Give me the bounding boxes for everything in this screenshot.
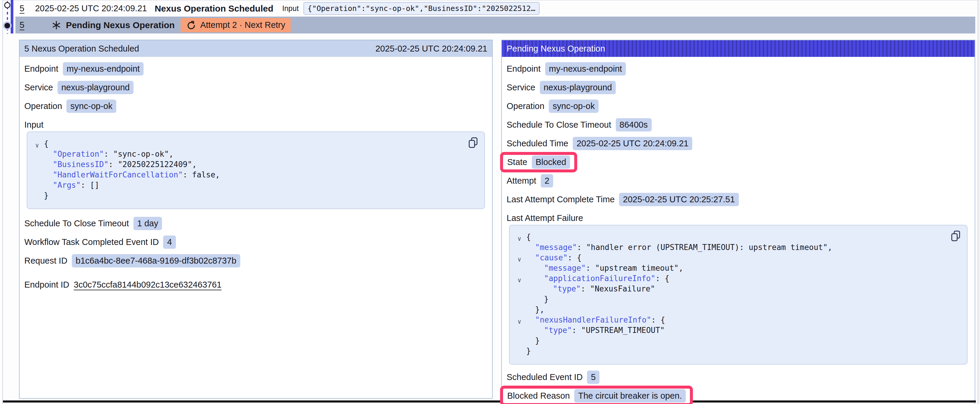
event-detail-header: 5 Nexus Operation Scheduled 2025-02-25 U… [19, 40, 492, 57]
code-line: }, [512, 304, 961, 315]
event-detail-title: 5 Nexus Operation Scheduled [24, 44, 139, 54]
collapse-chevron-icon[interactable]: ∨ [512, 317, 526, 327]
field-value: nexus-playground [57, 81, 134, 94]
code-line: ∨"applicationFailureInfo": { [512, 273, 961, 284]
field-value: 86400s [616, 118, 652, 131]
field-endpoint: Endpoint my-nexus-endpoint [507, 62, 970, 76]
gutter-spacer [30, 192, 44, 203]
window-left-border [2, 0, 3, 404]
field-scheduled-event-id: Scheduled Event ID 5 [507, 371, 970, 384]
field-value: 2025-02-25 UTC 20:25:27.51 [619, 193, 738, 206]
event-row-pending[interactable]: 5 Pending Nexus Operation Attempt 2 · Ne… [16, 17, 975, 33]
event-row-scheduled[interactable]: 5 2025-02-25 UTC 20:24:09.21 Nexus Opera… [16, 1, 975, 16]
field-scheduled-time: Scheduled Time 2025-02-25 UTC 20:24:09.2… [507, 137, 970, 150]
field-value: 2025-02-25 UTC 20:24:09.21 [573, 137, 692, 150]
timeline-node-selected-icon[interactable] [5, 23, 10, 29]
event-detail-panel: 5 Nexus Operation Scheduled 2025-02-25 U… [19, 40, 493, 399]
bottom-divider [3, 401, 976, 402]
code-line: "Operation": "sync-op-ok", [30, 149, 479, 159]
field-label: State [507, 157, 527, 167]
blocked-reason-highlight-annotation: Blocked Reason The circuit breaker is op… [500, 386, 693, 404]
field-label: Last Attempt Complete Time [507, 195, 614, 204]
field-label: Schedule To Close Timeout [507, 120, 611, 130]
code-line: } [30, 190, 479, 201]
state-badge: Blocked [532, 155, 570, 169]
gutter-spacer [30, 151, 44, 161]
collapse-chevron-icon[interactable]: ∨ [512, 234, 526, 244]
failure-section-label: Last Attempt Failure [507, 213, 970, 223]
field-service: Service nexus-playground [24, 81, 487, 94]
field-label: Workflow Task Completed Event ID [24, 237, 159, 247]
code-line: ∨{ [512, 232, 961, 242]
field-label: Blocked Reason [507, 391, 570, 401]
field-label: Scheduled Time [507, 139, 568, 148]
code-line: "BusinessID": "20250225122409", [30, 159, 479, 170]
gutter-spacer [30, 182, 44, 192]
code-line: } [512, 346, 961, 356]
pending-operation-header: Pending Nexus Operation [502, 40, 975, 57]
retry-badge-label: Attempt 2 · Next Retry [200, 20, 285, 30]
collapse-chevron-icon[interactable]: ∨ [512, 275, 526, 285]
field-attempt: Attempt 2 [507, 174, 970, 187]
pending-operation-panel: Pending Nexus Operation Endpoint my-nexu… [501, 40, 975, 404]
endpoint-id-link[interactable]: 3c0c75ccfa8144b092c13ce632463761 [74, 280, 221, 290]
field-value: my-nexus-endpoint [545, 62, 626, 76]
failure-json-viewer: ∨{"message": "handler error (UPSTREAM_TI… [509, 225, 967, 364]
refresh-icon [186, 21, 196, 30]
code-line: "message": "handler error (UPSTREAM_TIME… [512, 242, 961, 253]
collapse-chevron-icon[interactable]: ∨ [30, 140, 44, 151]
field-label: Service [24, 82, 53, 92]
input-json-viewer: ∨{"Operation": "sync-op-ok","BusinessID"… [27, 131, 485, 209]
copy-icon[interactable] [950, 230, 961, 243]
field-label: Attempt [507, 176, 536, 186]
field-value: 5 [587, 371, 600, 384]
scrollbar-gutter[interactable] [978, 0, 980, 404]
event-title: Nexus Operation Scheduled [154, 3, 273, 14]
gutter-spacer [512, 244, 526, 254]
event-id-link[interactable]: 5 [19, 20, 24, 30]
field-value: 4 [163, 236, 176, 249]
field-workflow-task-completed-event-id: Workflow Task Completed Event ID 4 [24, 236, 487, 249]
field-operation: Operation sync-op-ok [24, 100, 487, 113]
event-title: Pending Nexus Operation [66, 20, 175, 30]
gutter-spacer [30, 171, 44, 182]
code-line: "type": "UPSTREAM_TIMEOUT" [512, 325, 961, 336]
field-request-id: Request ID b1c6a4bc-8ee7-468a-9169-df3b0… [24, 254, 487, 268]
gutter-spacer [512, 348, 526, 358]
timeline-node-open-icon[interactable] [4, 2, 10, 8]
field-value: sync-op-ok [67, 100, 116, 113]
field-last-attempt-complete-time: Last Attempt Complete Time 2025-02-25 UT… [507, 193, 970, 206]
gutter-spacer [512, 337, 526, 348]
field-schedule-to-close-timeout: Schedule To Close Timeout 1 day [24, 217, 487, 230]
field-endpoint: Endpoint my-nexus-endpoint [24, 62, 487, 76]
field-label: Service [507, 82, 535, 92]
field-service: Service nexus-playground [507, 81, 970, 94]
retry-badge: Attempt 2 · Next Retry [181, 18, 291, 32]
field-schedule-to-close-timeout: Schedule To Close Timeout 86400s [507, 118, 970, 131]
code-line: "HandlerWaitForCancellation": false, [30, 170, 479, 180]
timeline-active-bar [11, 0, 13, 33]
field-value: my-nexus-endpoint [63, 62, 144, 76]
code-line: "type": "NexusFailure" [512, 284, 961, 294]
code-line: "message": "upstream timeout", [512, 263, 961, 273]
field-value: 2 [541, 174, 553, 187]
field-label: Operation [24, 101, 62, 111]
field-operation: Operation sync-op-ok [507, 100, 970, 113]
blocked-reason-value: The circuit breaker is open. [574, 389, 686, 402]
code-line: ∨"nexusHandlerFailureInfo": { [512, 315, 961, 325]
field-value: nexus-playground [540, 81, 616, 94]
event-input-preview[interactable]: {"Operation":"sync-op-ok","BusinessID":"… [304, 2, 539, 15]
state-highlight-annotation: State Blocked [500, 152, 577, 173]
event-input-label: Input [282, 4, 299, 13]
gutter-spacer [512, 327, 526, 337]
event-id-link[interactable]: 5 [19, 3, 24, 13]
pending-asterisk-icon [52, 21, 61, 30]
field-state: State Blocked [507, 155, 970, 169]
app-window: 5 2025-02-25 UTC 20:24:09.21 Nexus Opera… [0, 0, 980, 404]
copy-icon[interactable] [468, 137, 479, 150]
pending-operation-title: Pending Nexus Operation [507, 44, 605, 54]
field-value: sync-op-ok [549, 100, 598, 113]
field-label: Operation [507, 101, 544, 111]
field-label: Endpoint [24, 64, 59, 74]
collapse-chevron-icon[interactable]: ∨ [512, 254, 526, 265]
